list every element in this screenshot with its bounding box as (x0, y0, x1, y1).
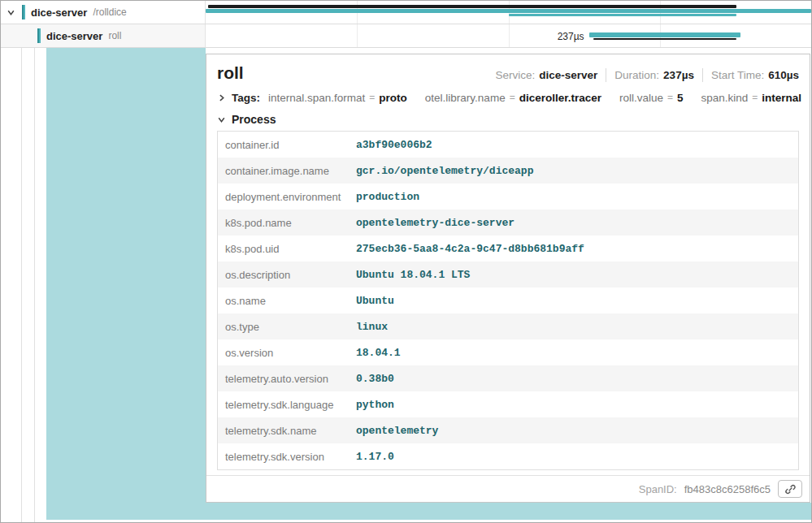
process-key: telemetry.sdk.version (218, 451, 356, 463)
process-value: Ubuntu 18.04.1 LTS (356, 269, 798, 281)
chevron-right-icon[interactable] (217, 93, 226, 102)
process-value: a3bf90e006b2 (356, 139, 798, 151)
span-bar-rolldice[interactable] (206, 9, 811, 13)
table-row: os.version 18.04.1 (218, 339, 798, 365)
table-row: os.description Ubuntu 18.04.1 LTS (218, 262, 798, 287)
process-value: opentelemetry (356, 425, 798, 437)
process-value: 18.04.1 (356, 347, 798, 359)
tag-value: 5 (677, 92, 684, 104)
process-key: container.id (218, 139, 356, 151)
tag-key: span.kind (701, 92, 749, 104)
span-timeline-cell[interactable] (206, 1, 811, 24)
selected-span-highlight (206, 503, 811, 520)
link-icon (784, 483, 797, 495)
deep-link-button[interactable] (778, 480, 802, 498)
tag-value: internal (762, 92, 801, 104)
tag-item: otel.library.name = diceroller.tracer (425, 92, 601, 104)
process-key: container.image.name (218, 165, 356, 177)
table-row: telemetry.sdk.version 1.17.0 (218, 443, 798, 469)
tag-value: diceroller.tracer (519, 92, 601, 104)
critical-path-bar[interactable] (593, 38, 736, 40)
tag-key: roll.value (619, 92, 663, 104)
duration-value: 237µs (663, 69, 694, 81)
tag-item: roll.value = 5 (619, 92, 684, 104)
critical-path-bar[interactable] (208, 5, 736, 8)
equals-sign: = (667, 92, 673, 103)
service-name: dice-server (31, 6, 87, 19)
span-row-roll[interactable]: dice-server roll 237µs (1, 24, 811, 48)
process-label: Process (232, 113, 276, 126)
process-value: production (356, 191, 798, 203)
span-color-swatch (37, 28, 41, 43)
process-value: 0.38b0 (356, 373, 798, 385)
span-bar-segment[interactable] (509, 14, 736, 16)
span-name-cell[interactable]: dice-server /rolldice (1, 1, 206, 24)
indent-guide-line (34, 48, 35, 522)
process-accordion[interactable]: Process (206, 110, 810, 131)
start-time-value: 610µs (768, 69, 799, 81)
indent-guide-line (21, 48, 22, 522)
chevron-down-icon[interactable] (217, 115, 226, 124)
span-detail-card: roll Service: dice-server Duration: 237µ… (206, 54, 810, 503)
detail-header: roll Service: dice-server Duration: 237µ… (206, 54, 810, 85)
detail-region: roll Service: dice-server Duration: 237µ… (206, 48, 811, 522)
process-table: container.id a3bf90e006b2 container.imag… (217, 131, 799, 470)
tag-item: span.kind = internal (701, 92, 802, 104)
equals-sign: = (369, 92, 375, 103)
tags-label: Tags: (232, 92, 260, 104)
equals-sign: = (510, 92, 515, 103)
process-key: os.version (218, 347, 356, 359)
process-value: Ubuntu (356, 295, 798, 307)
table-row: telemetry.sdk.name opentelemetry (218, 417, 798, 443)
process-key: telemetry.sdk.name (218, 425, 356, 437)
span-row-rolldice[interactable]: dice-server /rolldice (1, 1, 811, 24)
operation-name: roll (108, 30, 121, 41)
span-color-swatch (22, 5, 25, 19)
process-key: telemetry.auto.version (218, 373, 356, 385)
tree-gutter (1, 48, 206, 522)
process-key: telemetry.sdk.language (218, 399, 356, 411)
process-key: k8s.pod.uid (218, 243, 356, 255)
header-meta: Service: dice-server Duration: 237µs Sta… (495, 68, 799, 82)
selected-span-highlight (46, 48, 206, 520)
operation-name: /rolldice (93, 6, 126, 18)
span-bar-roll[interactable] (589, 32, 740, 37)
tag-item: internal.span.format = proto (268, 92, 407, 104)
process-key: deployment.environment (218, 191, 356, 203)
divider (702, 68, 703, 82)
process-value: 275ecb36-5aa8-4c2a-9c47-d8bb681b9aff (356, 243, 798, 255)
process-key: k8s.pod.name (218, 217, 356, 229)
process-value: opentelemetry-dice-server (356, 217, 798, 229)
duration-label: Duration: (614, 69, 659, 81)
process-value: 1.17.0 (356, 451, 798, 463)
span-id-value: fb483c8c6258f6c5 (684, 483, 771, 495)
table-row: telemetry.auto.version 0.38b0 (218, 365, 798, 391)
service-value: dice-server (539, 69, 597, 81)
span-detail-area: roll Service: dice-server Duration: 237µ… (1, 48, 811, 522)
table-row: container.image.name gcr.io/opentelemetr… (218, 158, 798, 184)
trace-detail-view: dice-server /rolldice dice-server roll 2… (0, 0, 812, 523)
table-row: k8s.pod.uid 275ecb36-5aa8-4c2a-9c47-d8bb… (218, 236, 798, 262)
process-value: python (356, 399, 798, 411)
table-row: telemetry.sdk.language python (218, 391, 798, 417)
span-timeline-cell[interactable]: 237µs (206, 24, 811, 47)
span-id-label: SpanID: (639, 483, 677, 495)
tags-accordion[interactable]: Tags: internal.span.format = proto otel.… (206, 85, 810, 110)
span-duration-label: 237µs (497, 31, 584, 42)
chevron-down-icon[interactable] (7, 8, 15, 17)
span-name-cell[interactable]: dice-server roll (1, 24, 206, 47)
service-name: dice-server (46, 30, 102, 42)
divider (606, 68, 606, 82)
process-key: os.description (218, 269, 356, 281)
start-time-label: Start Time: (711, 69, 764, 81)
span-title: roll (217, 63, 244, 83)
table-row: os.name Ubuntu (218, 287, 798, 313)
process-value: gcr.io/opentelemetry/diceapp (356, 165, 798, 177)
tag-key: otel.library.name (425, 92, 506, 104)
detail-footer: SpanID: fb483c8c6258f6c5 (206, 475, 810, 502)
timeline-gridline (357, 24, 358, 47)
table-row: k8s.pod.name opentelemetry-dice-server (218, 210, 798, 236)
tag-key: internal.span.format (268, 92, 365, 104)
process-key: os.type (218, 321, 356, 333)
table-row: container.id a3bf90e006b2 (218, 132, 798, 158)
